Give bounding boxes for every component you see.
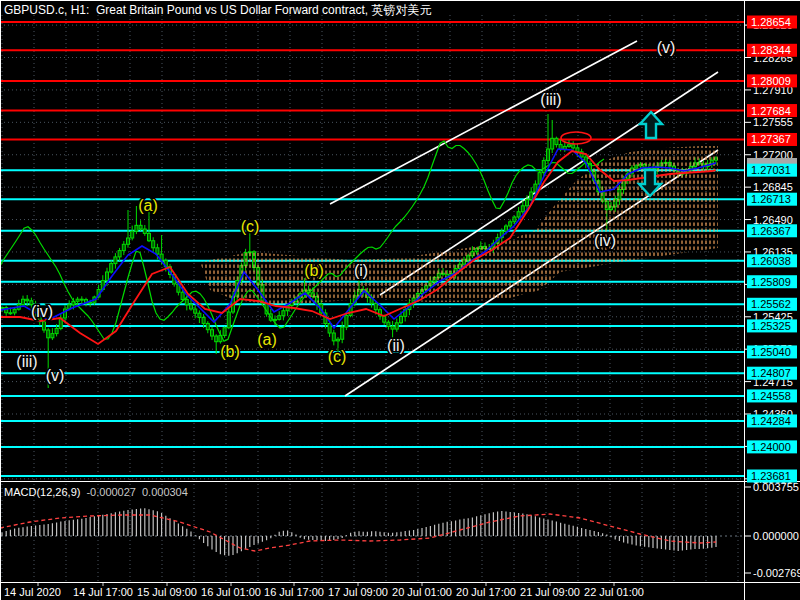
price-tick-label: 1.26490 <box>753 214 793 226</box>
support-price-label: 1.24284 <box>751 415 791 427</box>
support-price-label: 1.27031 <box>751 164 791 176</box>
resistance-price-label: 1.27367 <box>751 133 791 145</box>
wave-label[interactable]: (v) <box>657 39 676 56</box>
support-price-label: 1.24807 <box>751 367 791 379</box>
support-price-label: 1.25325 <box>751 320 791 332</box>
wave-label[interactable]: (i) <box>354 262 368 279</box>
macd-name: MACD(12,26,9) <box>4 486 80 498</box>
support-price-label: 1.24000 <box>751 441 791 453</box>
wave-label[interactable]: (v) <box>46 367 65 384</box>
time-tick-label: 15 Jul 09:00 <box>137 586 197 598</box>
macd-scale-label: 0.003755 <box>753 481 799 493</box>
resistance-price-label: 1.28009 <box>751 75 791 87</box>
macd-indicator-label: MACD(12,26,9)-0.0000270.000304 <box>4 486 188 498</box>
price-tick-label: 1.27555 <box>753 116 793 128</box>
support-price-label: 1.26713 <box>751 193 791 205</box>
macd-scale-label: -0.002769 <box>753 567 800 579</box>
support-price-label: 1.25040 <box>751 346 791 358</box>
chart-canvas[interactable]: (iv)(iii)(v)(a)(c)(b)(b)(a)(c)(i)(ii)(ii… <box>0 0 800 600</box>
price-tick-label: 1.26845 <box>753 181 793 193</box>
support-price-label: 1.25809 <box>751 276 791 288</box>
time-tick-label: 14 Jul 2020 <box>4 586 61 598</box>
wave-label[interactable]: (iv) <box>594 232 616 249</box>
terminal-chart-window[interactable]: (iv)(iii)(v)(a)(c)(b)(b)(a)(c)(i)(ii)(ii… <box>0 0 800 600</box>
wave-label[interactable]: (iii) <box>540 91 561 108</box>
wave-label[interactable]: (iv) <box>31 303 53 320</box>
macd-scale-label: 0.000000 <box>753 530 799 542</box>
macd-signal-value: 0.000304 <box>142 486 188 498</box>
support-price-label: 1.25562 <box>751 298 791 310</box>
wave-label[interactable]: (b) <box>220 343 240 360</box>
resistance-price-label: 1.27684 <box>751 105 791 117</box>
wave-label[interactable]: (a) <box>257 331 277 348</box>
time-tick-label: 16 Jul 01:00 <box>201 586 261 598</box>
time-tick-label: 21 Jul 09:00 <box>520 586 580 598</box>
wave-label[interactable]: (ii) <box>387 337 405 354</box>
time-tick-label: 14 Jul 17:00 <box>73 586 133 598</box>
support-price-label: 1.26367 <box>751 225 791 237</box>
chart-title: GBPUSD.c, H1: Great Britain Pound vs US … <box>4 2 431 19</box>
support-price-label: 1.26038 <box>751 255 791 267</box>
time-tick-label: 16 Jul 17:00 <box>264 586 324 598</box>
wave-label[interactable]: (c) <box>328 348 347 365</box>
wave-label[interactable]: (c) <box>241 218 260 235</box>
wave-label[interactable]: (a) <box>138 197 158 214</box>
resistance-price-label: 1.28344 <box>751 44 791 56</box>
wave-label[interactable]: (b) <box>304 262 324 279</box>
time-tick-label: 20 Jul 17:00 <box>456 586 516 598</box>
resistance-price-label: 1.28654 <box>751 16 791 28</box>
macd-main-value: -0.000027 <box>86 486 136 498</box>
wave-label[interactable]: (iii) <box>16 353 37 370</box>
time-tick-label: 22 Jul 01:00 <box>584 586 644 598</box>
support-price-label: 1.24558 <box>751 390 791 402</box>
time-tick-label: 20 Jul 01:00 <box>392 586 452 598</box>
time-tick-label: 17 Jul 09:00 <box>328 586 388 598</box>
